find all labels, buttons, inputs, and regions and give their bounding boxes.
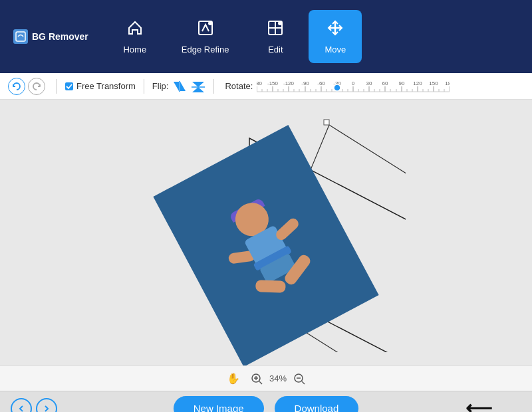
divider-3 — [213, 79, 214, 94]
svg-text:180: 180 — [446, 80, 450, 86]
svg-point-67 — [334, 84, 340, 91]
svg-text:-120: -120 — [283, 80, 295, 86]
home-icon — [126, 19, 144, 41]
baby-figure — [215, 189, 317, 303]
zoom-in-button[interactable] — [251, 373, 263, 385]
svg-marker-12 — [180, 82, 186, 91]
pointer-arrow-icon: ⟵ — [466, 397, 492, 412]
free-transform-toggle[interactable]: Free Transform — [65, 81, 136, 91]
redo-button[interactable] — [28, 78, 45, 95]
download-button[interactable]: Download — [275, 396, 359, 412]
zoom-percent: 34% — [269, 373, 287, 383]
app-header: BG Remover Home Edge Refine — [0, 0, 532, 73]
svg-text:150: 150 — [430, 80, 439, 86]
free-transform-label: Free Transform — [76, 81, 136, 91]
nav-edge-refine[interactable]: Edge Refine — [168, 10, 243, 63]
flip-section: Flip: — [152, 79, 206, 94]
app-logo: BG Remover — [13, 29, 88, 44]
zoom-bar: ✋ 34% — [0, 365, 532, 391]
svg-rect-9 — [65, 82, 73, 90]
new-image-button[interactable]: New Image — [174, 396, 264, 412]
secondary-toolbar: Free Transform Flip: Rotate: — [0, 73, 532, 100]
flip-horizontal-button[interactable] — [172, 79, 187, 94]
nav-edit-label: Edit — [268, 45, 283, 54]
action-bar: New Image Download ⟵ — [0, 391, 532, 412]
flip-label: Flip: — [152, 81, 169, 91]
svg-marker-15 — [192, 87, 204, 92]
next-button[interactable] — [36, 398, 57, 413]
svg-rect-70 — [324, 120, 329, 125]
svg-text:60: 60 — [382, 80, 388, 86]
nav-edge-refine-label: Edge Refine — [182, 45, 229, 54]
move-icon — [327, 19, 344, 41]
transform-container — [126, 113, 406, 352]
svg-point-6 — [278, 21, 282, 25]
svg-text:90: 90 — [399, 80, 405, 86]
svg-text:-60: -60 — [318, 80, 326, 86]
hand-icon: ✋ — [227, 372, 240, 385]
nav-move-label: Move — [325, 45, 346, 54]
svg-rect-0 — [16, 32, 25, 41]
flip-vertical-button[interactable] — [191, 79, 205, 94]
baby-right-arm — [274, 217, 301, 243]
logo-text: BG Remover — [32, 31, 88, 42]
svg-text:-150: -150 — [267, 80, 279, 86]
rotate-ruler[interactable]: -180 -150 -120 -90 -60 -30 0 30 — [257, 78, 450, 94]
canvas-area[interactable] — [0, 100, 532, 365]
svg-text:120: 120 — [414, 80, 423, 86]
logo-icon — [13, 29, 28, 44]
svg-line-81 — [259, 381, 262, 384]
edge-refine-icon — [197, 19, 214, 41]
baby-left-leg — [255, 280, 286, 293]
zoom-out-button[interactable] — [293, 373, 305, 385]
nav-move[interactable]: Move — [309, 10, 362, 63]
undo-button[interactable] — [8, 78, 25, 95]
divider-2 — [144, 79, 144, 94]
svg-marker-10 — [174, 82, 179, 91]
svg-text:0: 0 — [352, 80, 355, 86]
svg-text:30: 30 — [366, 80, 372, 86]
svg-point-2 — [208, 21, 212, 25]
svg-marker-13 — [192, 82, 204, 87]
nav-edit[interactable]: Edit — [249, 10, 302, 63]
svg-line-84 — [302, 381, 305, 384]
rotate-label: Rotate: — [225, 81, 253, 91]
rotate-section: Rotate: -180 -150 -120 -90 — [225, 78, 450, 94]
nav-home[interactable]: Home — [108, 10, 162, 63]
undo-redo-group — [8, 78, 45, 95]
nav-home-label: Home — [123, 45, 146, 54]
edit-icon — [267, 19, 284, 41]
svg-text:-180: -180 — [257, 80, 263, 86]
arrow-indicator: ⟵ — [466, 397, 492, 412]
prev-button[interactable] — [11, 398, 32, 413]
svg-text:-90: -90 — [302, 80, 310, 86]
divider-1 — [56, 79, 57, 94]
